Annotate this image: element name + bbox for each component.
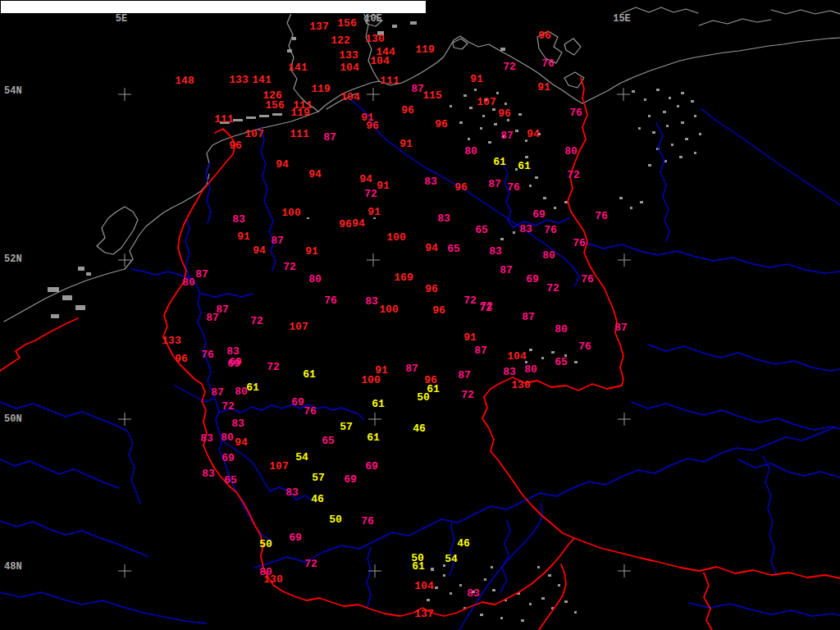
station-gust-value: 69 [227,358,240,370]
terrain-speckle [535,176,538,179]
country-border [704,573,712,630]
station-gust-value: 91 [237,231,250,243]
station-gust-value: 65 [322,435,335,447]
station-gust-value: 61 [372,398,385,410]
title-bar: FRE 03.12.99 18:00 UTC Bodenwettermeldun… [0,0,427,14]
station-gust-value: 87 [500,130,514,142]
terrain-speckle [548,574,551,577]
terrain-speckle [541,597,545,600]
terrain-speckle [450,105,452,107]
station-gust-value: 87 [614,322,628,334]
station-gust-value: 104 [370,55,390,67]
terrain-speckle [459,584,462,587]
river [367,548,371,607]
country-border [574,538,681,568]
station-gust-value: 91 [470,73,483,85]
terrain-speckle [463,94,467,97]
terrain-speckle [474,89,477,91]
station-gust-value: 87 [458,369,471,381]
terrain-speckle [541,357,544,359]
station-gust-value: 83 [424,176,437,188]
station-gust-value: 104 [507,350,527,363]
terrain-speckle [619,197,623,199]
station-gust-value: 96 [425,283,438,295]
station-gust-value: 87 [323,131,336,144]
station-gust-value: 87 [522,311,535,323]
terrain-speckle [233,119,243,121]
station-gust-value: 87 [488,178,501,190]
station-gust-value: 100 [379,304,399,316]
coastline [699,19,771,25]
station-gust-value: 83 [437,212,450,225]
station-gust-value: 80 [542,249,555,262]
terrain-speckle [677,105,679,107]
station-gust-value: 119 [290,107,310,119]
station-gust-value: 76 [201,349,214,361]
station-gust-value: 96 [401,104,414,116]
station-gust-value: 96 [339,218,352,231]
station-gust-value: 46 [457,537,470,550]
terrain-speckle [51,314,59,318]
station-gust-value: 111 [290,128,309,140]
station-gust-value: 87 [211,386,224,399]
terrain-speckle [694,115,696,117]
terrain-speckle [685,138,688,140]
terrain-speckle [558,584,560,587]
station-gust-value: 91 [463,331,477,344]
coastline [379,36,582,103]
station-gust-value: 96 [454,181,468,194]
terrain-speckle [638,127,641,130]
station-gust-value: 72 [304,558,317,570]
terrain-speckle [480,127,482,130]
country-border [482,397,574,538]
terrain-speckle [435,587,438,589]
station-gust-value: 104 [340,91,360,103]
coastline [564,39,581,55]
terrain-speckle [469,107,472,109]
river [701,109,840,205]
station-gust-value: 72 [364,188,377,200]
station-gust-value: 80 [555,323,568,336]
terrain-speckle [468,138,470,140]
terrain-speckle [427,599,430,601]
latitude-label: 52N [4,253,22,265]
terrain-speckle [504,103,507,105]
station-gust-value: 83 [503,366,516,378]
terrain-speckle [62,295,72,300]
station-gust-value: 87 [474,345,487,357]
terrain-speckle [513,231,515,234]
station-gust-value: 119 [415,43,435,56]
terrain-speckle [292,37,296,40]
coastline [622,7,698,13]
terrain-speckle [518,113,522,116]
terrain-speckle [484,578,486,581]
station-gust-value: 130 [263,573,283,586]
river [500,520,510,592]
latitude-label: 50N [4,413,22,425]
station-gust-value: 61 [412,560,425,573]
station-gust-value: 50 [417,391,430,404]
terrain-speckle [392,25,397,28]
station-gust-value: 100 [361,374,381,386]
station-gust-value: 57 [340,421,353,433]
title-text: FRE 03.12.99 18:00 UTC Bodenwettermeldun… [12,12,393,14]
terrain-speckle [671,144,673,146]
coastline [771,10,840,14]
station-gust-value: 69 [289,532,302,544]
station-gust-value: 50 [329,514,342,526]
terrain-speckle [307,217,309,219]
terrain-speckle [648,115,651,117]
station-gust-value: 80 [308,273,322,285]
station-gust-value: 76 [541,57,555,70]
station-gust-value: 96 [435,118,448,130]
terrain-speckle [431,568,434,571]
station-gust-value: 80 [221,431,234,444]
station-gust-value: 76 [544,224,557,236]
river [0,521,148,556]
terrain-speckle [574,361,578,363]
station-gust-value: 76 [595,210,608,222]
terrain-speckle [480,614,483,616]
terrain-speckle [515,130,518,132]
station-gust-value: 83 [231,418,244,430]
station-gust-value: 72 [221,400,235,413]
